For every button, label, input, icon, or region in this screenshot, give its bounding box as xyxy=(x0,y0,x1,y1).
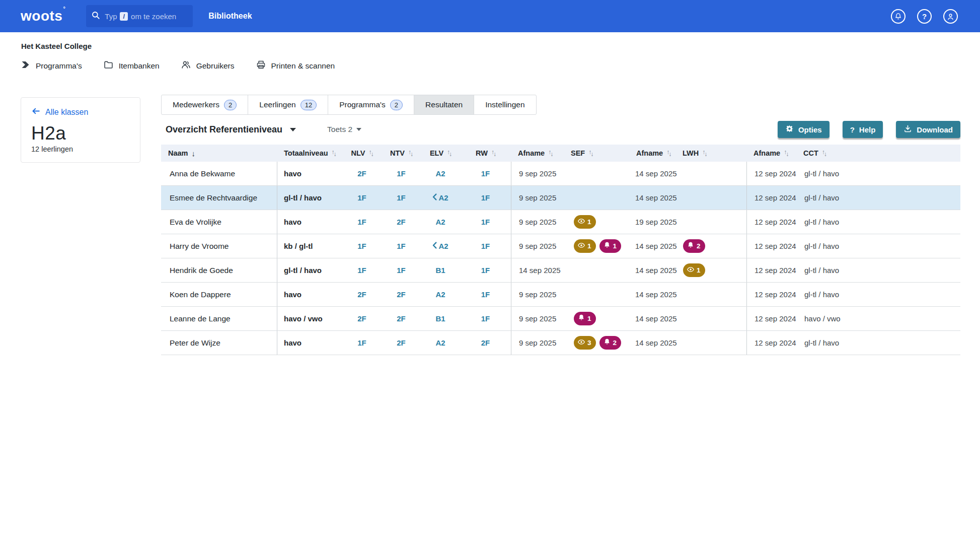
cell-rw: 1F xyxy=(460,162,511,185)
table-row[interactable]: Koen de Dapperehavo2F2FA21F9 sep 202514 … xyxy=(161,283,960,307)
download-icon xyxy=(903,124,912,134)
eye-badge[interactable]: 1 xyxy=(683,263,705,277)
cell-ntv: 2F xyxy=(382,307,421,330)
bell-badge[interactable]: 2 xyxy=(683,239,705,253)
bell-badge[interactable]: 1 xyxy=(574,312,596,325)
cell-afname3: 12 sep 2024 xyxy=(746,283,800,306)
nav-item-label: Programma's xyxy=(36,61,82,71)
col-header-afname[interactable]: Afname↑↓ xyxy=(629,145,680,162)
bell-badge[interactable]: 2 xyxy=(599,336,622,350)
col-header-sef[interactable]: SEF↑↓ xyxy=(568,145,629,162)
table-row[interactable]: Harry de Vroomekb / gl-tl1F1FA21F9 sep 2… xyxy=(161,234,960,258)
cell-rw: 1F xyxy=(460,307,511,330)
cell-sef: 32 xyxy=(568,331,629,355)
nav-item-printen-scannen[interactable]: Printen & scannen xyxy=(256,59,335,72)
sort-icon: ↑↓ xyxy=(408,150,412,157)
sort-icon: ↑↓ xyxy=(548,150,552,157)
bell-icon xyxy=(603,241,611,251)
col-header-rw[interactable]: RW↑↓ xyxy=(460,145,511,162)
cell-cct: gl-tl / havo xyxy=(800,258,960,282)
help-button[interactable]: ? Help xyxy=(843,121,883,138)
cell-afname2: 14 sep 2025 xyxy=(629,234,680,258)
nav-item-itembanken[interactable]: Itembanken xyxy=(103,59,160,72)
col-header-elv[interactable]: ELV↑↓ xyxy=(421,145,460,162)
col-header-totaalniveau[interactable]: Totaalniveau↑↓ xyxy=(277,145,342,162)
sort-icon: ↑↓ xyxy=(447,150,451,157)
chevron-down-icon xyxy=(356,128,361,131)
badge-count: 1 xyxy=(697,266,701,274)
cell-rw: 1F xyxy=(460,210,511,234)
test-selector[interactable]: Toets 2 xyxy=(327,125,361,134)
cell-cct: gl-tl / havo xyxy=(800,331,960,355)
woots-logo[interactable]: woots° xyxy=(21,8,65,24)
cell-lwh xyxy=(680,283,746,306)
tab-count-badge: 12 xyxy=(300,100,317,110)
col-header-afname[interactable]: Afname↑↓ xyxy=(511,145,568,162)
sort-icon: ↑↓ xyxy=(332,150,336,157)
cell-afname1: 14 sep 2025 xyxy=(511,258,568,282)
col-header-nlv[interactable]: NLV↑↓ xyxy=(342,145,382,162)
level-value: A2 xyxy=(438,193,448,202)
nav-item-gebruikers[interactable]: Gebruikers xyxy=(181,59,235,72)
search-input[interactable]: Typ / om te zoeken xyxy=(86,5,193,27)
bell-badge[interactable]: 1 xyxy=(599,239,622,253)
table-row[interactable]: Eva de Vrolijkehavo1F2FA21F9 sep 2025119… xyxy=(161,210,960,234)
tab-leerlingen[interactable]: Leerlingen12 xyxy=(248,95,328,114)
eye-badge[interactable]: 1 xyxy=(574,239,596,253)
cell-lwh: 1 xyxy=(680,258,746,282)
col-header-lwh[interactable]: LWH↑↓ xyxy=(680,145,746,162)
cell-cct: havo / vwo xyxy=(800,307,960,330)
cell-cct: gl-tl / havo xyxy=(800,162,960,185)
col-header-label: SEF xyxy=(571,149,585,157)
options-button[interactable]: Opties xyxy=(778,121,830,138)
class-title: H2a xyxy=(31,123,130,144)
cell-afname2: 14 sep 2025 xyxy=(629,186,680,210)
col-header-ntv[interactable]: NTV↑↓ xyxy=(382,145,421,162)
library-link[interactable]: Bibliotheek xyxy=(208,12,252,21)
cell-totaal: gl-tl / havo xyxy=(277,258,342,282)
account-icon[interactable] xyxy=(943,9,958,24)
cell-lwh xyxy=(680,162,746,185)
cell-cct: gl-tl / havo xyxy=(800,234,960,258)
cell-totaal: havo xyxy=(277,162,342,185)
table-row[interactable]: Leanne de Langehavo / vwo2F2FB11F9 sep 2… xyxy=(161,307,960,331)
view-selector[interactable]: Overzicht Referentieniveau xyxy=(166,124,296,135)
eye-badge[interactable]: 1 xyxy=(574,215,596,229)
download-button[interactable]: Download xyxy=(896,121,960,138)
tab-medewerkers[interactable]: Medewerkers2 xyxy=(162,95,248,114)
col-header-label: LWH xyxy=(683,149,699,157)
main-nav: Programma'sItembankenGebruikersPrinten &… xyxy=(20,59,335,72)
col-header-afname[interactable]: Afname↑↓ xyxy=(746,145,800,162)
student-count: 12 leerlingen xyxy=(31,145,130,153)
eye-badge[interactable]: 3 xyxy=(574,336,596,350)
cell-name: Peter de Wijze xyxy=(161,331,277,355)
col-header-naam[interactable]: Naam↓ xyxy=(161,145,277,162)
toolbar: Overzicht Referentieniveau Toets 2 Optie… xyxy=(161,120,960,139)
table-row[interactable]: Esmee de Rechtvaardigegl-tl / havo1F1FA2… xyxy=(161,186,960,210)
cell-afname2: 14 sep 2025 xyxy=(629,283,680,306)
cell-afname1: 9 sep 2025 xyxy=(511,331,568,355)
help-icon[interactable]: ? xyxy=(917,9,932,24)
notifications-icon[interactable] xyxy=(891,9,906,24)
col-header-label: RW xyxy=(476,149,488,157)
cell-lwh: 2 xyxy=(680,234,746,258)
table-row[interactable]: Peter de Wijzehavo1F2FA22F9 sep 20253214… xyxy=(161,331,960,355)
nav-item-label: Itembanken xyxy=(119,61,160,71)
tab-bar: Medewerkers2Leerlingen12Programma's2Resu… xyxy=(161,95,537,115)
bell-icon xyxy=(687,241,695,251)
nav-item-programma-s[interactable]: Programma's xyxy=(20,59,82,72)
tab-instellingen[interactable]: Instellingen xyxy=(474,95,536,114)
tab-count-badge: 2 xyxy=(390,100,403,110)
table-row[interactable]: Hendrik de Goedegl-tl / havo1F1FB11F14 s… xyxy=(161,258,960,283)
tab-label: Resultaten xyxy=(425,100,463,109)
below-level-chevron-icon xyxy=(432,193,437,202)
back-to-classes-link[interactable]: Alle klassen xyxy=(31,106,130,118)
tab-resultaten[interactable]: Resultaten xyxy=(414,95,474,114)
results-table: Naam↓Totaalniveau↑↓NLV↑↓NTV↑↓ELV↑↓RW↑↓Af… xyxy=(161,145,960,355)
col-header-cct[interactable]: CCT↑↓ xyxy=(800,145,960,162)
tab-programma-s[interactable]: Programma's2 xyxy=(328,95,414,114)
col-header-label: NLV xyxy=(351,149,365,157)
table-row[interactable]: Anna de Bekwamehavo2F1FA21F9 sep 202514 … xyxy=(161,162,960,186)
cell-rw: 1F xyxy=(460,258,511,282)
cell-totaal: gl-tl / havo xyxy=(277,186,342,210)
